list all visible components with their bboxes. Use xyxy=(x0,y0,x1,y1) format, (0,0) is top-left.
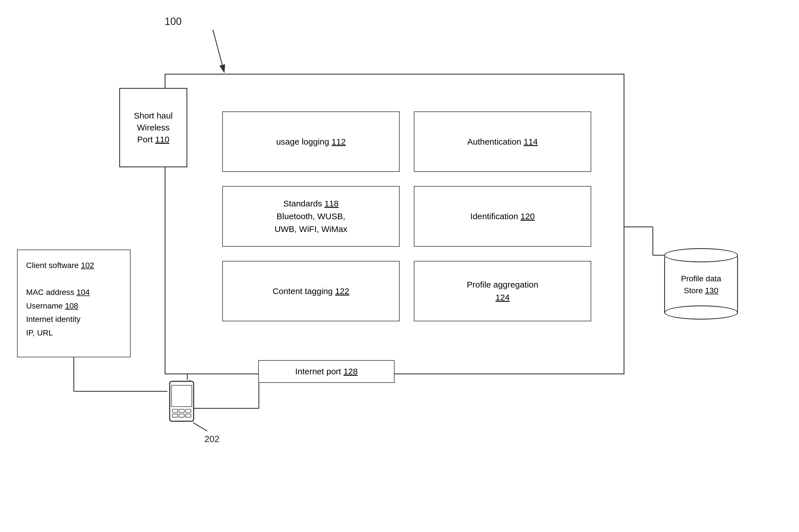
internet-port-number: 128 xyxy=(343,367,358,376)
short-haul-box: Short haulWirelessPort 110 xyxy=(119,88,187,167)
profile-store-label: Profile dataStore 130 xyxy=(664,273,738,297)
svg-line-1 xyxy=(213,30,224,72)
content-tagging-label: Content tagging 122 xyxy=(272,285,349,298)
content-tagging-number: 122 xyxy=(335,286,349,296)
internet-identity-label: Internet identity xyxy=(26,312,122,326)
identification-box: Identification 120 xyxy=(414,186,591,246)
identification-number: 120 xyxy=(521,212,535,221)
mac-address-label: MAC address 104 xyxy=(26,286,122,299)
cylinder-top xyxy=(664,248,738,262)
client-software-label: Client software 102 xyxy=(26,259,122,272)
internet-port-label: Internet port 128 xyxy=(295,367,358,376)
profile-store-number: 130 xyxy=(705,286,719,295)
label-100: 100 xyxy=(165,16,182,27)
content-tagging-box: Content tagging 122 xyxy=(222,261,400,321)
usage-logging-number: 112 xyxy=(331,137,346,146)
diagram-container: 100 usage logging 112 Authentication 114… xyxy=(0,0,799,532)
short-haul-label: Short haulWirelessPort 110 xyxy=(134,110,173,146)
internet-port-box: Internet port 128 xyxy=(258,360,395,383)
inner-grid: usage logging 112 Authentication 114 Sta… xyxy=(211,100,603,332)
client-software-box: Client software 102 MAC address 104 User… xyxy=(17,250,131,357)
phone-icon xyxy=(167,380,196,422)
svg-rect-21 xyxy=(186,414,191,417)
profile-aggregation-box: Profile aggregation124 xyxy=(414,261,591,321)
ip-url-label: IP, URL xyxy=(26,326,122,340)
svg-line-10 xyxy=(193,422,207,431)
profile-aggregation-number: 124 xyxy=(495,293,509,302)
authentication-label: Authentication 114 xyxy=(467,135,538,148)
standards-label: Standards 118Bluetooth, WUSB,UWB, WiFI, … xyxy=(274,197,347,235)
svg-rect-15 xyxy=(171,385,192,407)
svg-rect-18 xyxy=(186,409,191,412)
svg-rect-19 xyxy=(172,414,178,417)
svg-rect-17 xyxy=(179,409,184,412)
authentication-box: Authentication 114 xyxy=(414,111,591,172)
usage-logging-label: usage logging 112 xyxy=(276,135,346,148)
label-202: 202 xyxy=(204,434,219,444)
svg-rect-20 xyxy=(179,414,184,417)
profile-store: Profile dataStore 130 xyxy=(653,238,749,323)
short-haul-number: 110 xyxy=(155,135,169,144)
username-label: Username 108 xyxy=(26,299,122,313)
standards-box: Standards 118Bluetooth, WUSB,UWB, WiFI, … xyxy=(222,186,400,246)
authentication-number: 114 xyxy=(524,137,538,146)
usage-logging-box: usage logging 112 xyxy=(222,111,400,172)
cylinder-bottom-cap xyxy=(664,305,738,320)
identification-label: Identification 120 xyxy=(470,210,535,223)
main-system-box: usage logging 112 Authentication 114 Sta… xyxy=(165,74,624,374)
cylinder-body: Profile dataStore 130 xyxy=(664,256,738,314)
standards-number: 118 xyxy=(324,199,339,208)
svg-rect-16 xyxy=(172,409,178,412)
profile-aggregation-label: Profile aggregation124 xyxy=(467,278,539,304)
